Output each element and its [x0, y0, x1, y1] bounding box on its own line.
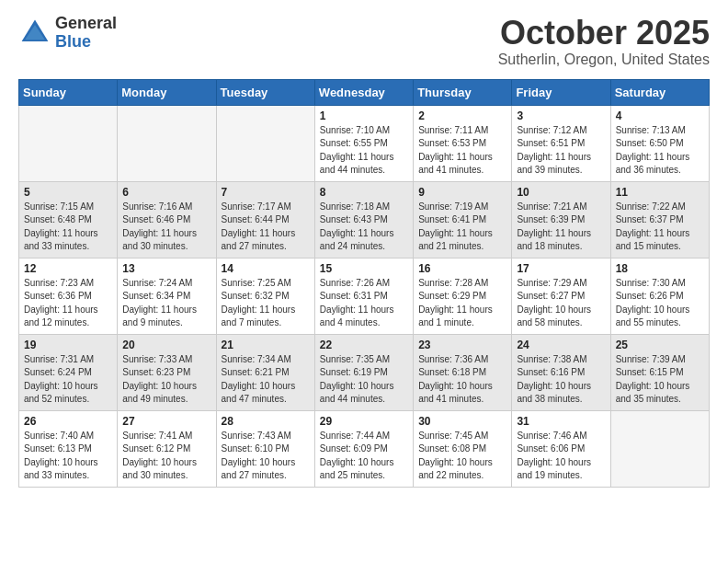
day-info: Sunrise: 7:13 AMSunset: 6:50 PMDaylight:… — [616, 124, 704, 178]
calendar-cell: 7Sunrise: 7:17 AMSunset: 6:44 PMDaylight… — [216, 181, 314, 258]
day-number: 7 — [222, 186, 310, 199]
day-number: 16 — [418, 262, 506, 275]
day-info: Sunrise: 7:30 AMSunset: 6:26 PMDaylight:… — [616, 277, 704, 330]
day-info: Sunrise: 7:10 AMSunset: 6:55 PMDaylight:… — [320, 124, 408, 178]
calendar-cell: 20Sunrise: 7:33 AMSunset: 6:23 PMDayligh… — [118, 334, 216, 410]
main-container: General Blue October 2025 Sutherlin, Ore… — [0, 0, 728, 497]
day-info: Sunrise: 7:40 AMSunset: 6:13 PMDaylight:… — [24, 430, 112, 483]
column-header-friday: Friday — [512, 79, 610, 105]
day-number: 8 — [320, 186, 408, 199]
calendar-cell: 9Sunrise: 7:19 AMSunset: 6:41 PMDaylight… — [414, 181, 512, 258]
day-info: Sunrise: 7:24 AMSunset: 6:34 PMDaylight:… — [122, 277, 210, 330]
column-header-thursday: Thursday — [414, 79, 512, 105]
logo: General Blue — [18, 15, 117, 52]
day-info: Sunrise: 7:12 AMSunset: 6:51 PMDaylight:… — [517, 124, 605, 178]
day-info: Sunrise: 7:21 AMSunset: 6:39 PMDaylight:… — [517, 201, 605, 254]
calendar-cell: 31Sunrise: 7:46 AMSunset: 6:06 PMDayligh… — [512, 410, 610, 487]
column-header-sunday: Sunday — [19, 79, 118, 105]
calendar-cell: 15Sunrise: 7:26 AMSunset: 6:31 PMDayligh… — [314, 258, 413, 334]
day-number: 27 — [122, 415, 210, 428]
calendar-cell: 3Sunrise: 7:12 AMSunset: 6:51 PMDaylight… — [512, 105, 610, 181]
day-number: 6 — [122, 186, 210, 199]
day-info: Sunrise: 7:29 AMSunset: 6:27 PMDaylight:… — [517, 277, 605, 330]
day-info: Sunrise: 7:18 AMSunset: 6:43 PMDaylight:… — [320, 201, 408, 254]
calendar-cell: 19Sunrise: 7:31 AMSunset: 6:24 PMDayligh… — [19, 334, 118, 410]
calendar-cell: 2Sunrise: 7:11 AMSunset: 6:53 PMDaylight… — [414, 105, 512, 181]
logo-blue-text: Blue — [55, 33, 117, 52]
day-info: Sunrise: 7:33 AMSunset: 6:23 PMDaylight:… — [122, 353, 210, 407]
calendar-cell: 26Sunrise: 7:40 AMSunset: 6:13 PMDayligh… — [19, 410, 118, 487]
day-info: Sunrise: 7:28 AMSunset: 6:29 PMDaylight:… — [418, 277, 506, 330]
header: General Blue October 2025 Sutherlin, Ore… — [18, 15, 710, 68]
day-number: 23 — [418, 339, 506, 351]
day-number: 9 — [418, 186, 506, 199]
calendar-cell — [19, 105, 118, 181]
calendar-cell: 21Sunrise: 7:34 AMSunset: 6:21 PMDayligh… — [216, 334, 314, 410]
calendar-cell — [610, 410, 709, 487]
header-row: SundayMondayTuesdayWednesdayThursdayFrid… — [19, 79, 710, 105]
calendar-cell — [216, 105, 314, 181]
day-number: 3 — [517, 109, 605, 122]
calendar-cell: 8Sunrise: 7:18 AMSunset: 6:43 PMDaylight… — [314, 181, 413, 258]
day-info: Sunrise: 7:41 AMSunset: 6:12 PMDaylight:… — [122, 430, 210, 483]
calendar-cell: 22Sunrise: 7:35 AMSunset: 6:19 PMDayligh… — [314, 334, 413, 410]
day-number: 19 — [24, 339, 112, 351]
day-info: Sunrise: 7:15 AMSunset: 6:48 PMDaylight:… — [24, 201, 112, 254]
week-row-3: 12Sunrise: 7:23 AMSunset: 6:36 PMDayligh… — [19, 258, 710, 334]
column-header-wednesday: Wednesday — [314, 79, 413, 105]
day-number: 15 — [320, 262, 408, 275]
day-number: 11 — [616, 186, 704, 199]
title-block: October 2025 Sutherlin, Oregon, United S… — [498, 15, 710, 68]
calendar-cell: 1Sunrise: 7:10 AMSunset: 6:55 PMDaylight… — [314, 105, 413, 181]
day-info: Sunrise: 7:23 AMSunset: 6:36 PMDaylight:… — [24, 277, 112, 330]
day-number: 12 — [24, 262, 112, 275]
day-number: 25 — [616, 339, 704, 351]
calendar-cell: 24Sunrise: 7:38 AMSunset: 6:16 PMDayligh… — [512, 334, 610, 410]
calendar-cell: 23Sunrise: 7:36 AMSunset: 6:18 PMDayligh… — [414, 334, 512, 410]
day-number: 1 — [320, 109, 408, 122]
logo-text: General Blue — [55, 15, 117, 52]
day-info: Sunrise: 7:11 AMSunset: 6:53 PMDaylight:… — [418, 124, 506, 178]
day-number: 14 — [222, 262, 310, 275]
column-header-tuesday: Tuesday — [216, 79, 314, 105]
day-number: 5 — [24, 186, 112, 199]
calendar-cell — [118, 105, 216, 181]
calendar-cell: 16Sunrise: 7:28 AMSunset: 6:29 PMDayligh… — [414, 258, 512, 334]
day-info: Sunrise: 7:35 AMSunset: 6:19 PMDaylight:… — [320, 353, 408, 407]
day-info: Sunrise: 7:45 AMSunset: 6:08 PMDaylight:… — [418, 430, 506, 483]
calendar-cell: 13Sunrise: 7:24 AMSunset: 6:34 PMDayligh… — [118, 258, 216, 334]
day-info: Sunrise: 7:46 AMSunset: 6:06 PMDaylight:… — [517, 430, 605, 483]
day-number: 17 — [517, 262, 605, 275]
day-info: Sunrise: 7:34 AMSunset: 6:21 PMDaylight:… — [222, 353, 310, 407]
day-number: 20 — [122, 339, 210, 351]
week-row-5: 26Sunrise: 7:40 AMSunset: 6:13 PMDayligh… — [19, 410, 710, 487]
calendar-cell: 12Sunrise: 7:23 AMSunset: 6:36 PMDayligh… — [19, 258, 118, 334]
day-info: Sunrise: 7:44 AMSunset: 6:09 PMDaylight:… — [320, 430, 408, 483]
day-info: Sunrise: 7:39 AMSunset: 6:15 PMDaylight:… — [616, 353, 704, 407]
calendar-cell: 6Sunrise: 7:16 AMSunset: 6:46 PMDaylight… — [118, 181, 216, 258]
week-row-4: 19Sunrise: 7:31 AMSunset: 6:24 PMDayligh… — [19, 334, 710, 410]
day-info: Sunrise: 7:43 AMSunset: 6:10 PMDaylight:… — [222, 430, 310, 483]
logo-icon — [18, 17, 51, 50]
day-number: 21 — [222, 339, 310, 351]
calendar-cell: 5Sunrise: 7:15 AMSunset: 6:48 PMDaylight… — [19, 181, 118, 258]
calendar-cell: 18Sunrise: 7:30 AMSunset: 6:26 PMDayligh… — [610, 258, 709, 334]
day-info: Sunrise: 7:25 AMSunset: 6:32 PMDaylight:… — [222, 277, 310, 330]
day-info: Sunrise: 7:17 AMSunset: 6:44 PMDaylight:… — [222, 201, 310, 254]
month-title: October 2025 — [498, 15, 710, 52]
calendar-cell: 28Sunrise: 7:43 AMSunset: 6:10 PMDayligh… — [216, 410, 314, 487]
location: Sutherlin, Oregon, United States — [498, 52, 710, 68]
calendar-cell: 14Sunrise: 7:25 AMSunset: 6:32 PMDayligh… — [216, 258, 314, 334]
calendar-cell: 29Sunrise: 7:44 AMSunset: 6:09 PMDayligh… — [314, 410, 413, 487]
day-info: Sunrise: 7:26 AMSunset: 6:31 PMDaylight:… — [320, 277, 408, 330]
calendar-cell: 4Sunrise: 7:13 AMSunset: 6:50 PMDaylight… — [610, 105, 709, 181]
week-row-2: 5Sunrise: 7:15 AMSunset: 6:48 PMDaylight… — [19, 181, 710, 258]
day-number: 13 — [122, 262, 210, 275]
column-header-monday: Monday — [118, 79, 216, 105]
calendar-cell: 30Sunrise: 7:45 AMSunset: 6:08 PMDayligh… — [414, 410, 512, 487]
day-number: 10 — [517, 186, 605, 199]
day-info: Sunrise: 7:19 AMSunset: 6:41 PMDaylight:… — [418, 201, 506, 254]
day-info: Sunrise: 7:38 AMSunset: 6:16 PMDaylight:… — [517, 353, 605, 407]
week-row-1: 1Sunrise: 7:10 AMSunset: 6:55 PMDaylight… — [19, 105, 710, 181]
day-number: 24 — [517, 339, 605, 351]
